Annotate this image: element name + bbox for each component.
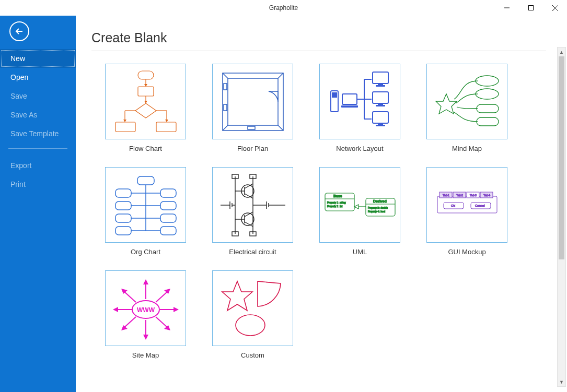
svg-marker-128 bbox=[173, 307, 179, 312]
svg-rect-38 bbox=[373, 72, 388, 84]
sidebar-item-label: Print bbox=[10, 180, 26, 188]
svg-text:Property 1 : string: Property 1 : string bbox=[327, 201, 346, 204]
template-label: Mind Map bbox=[452, 145, 482, 152]
minimize-icon bbox=[504, 5, 510, 10]
sidebar-item-label: Save bbox=[10, 92, 27, 100]
scroll-thumb[interactable] bbox=[559, 56, 564, 259]
custom-icon bbox=[214, 272, 292, 345]
svg-rect-50 bbox=[477, 104, 499, 113]
network-icon bbox=[323, 68, 397, 136]
svg-rect-1 bbox=[529, 6, 534, 10]
template-label: Floor Plan bbox=[237, 145, 268, 152]
svg-rect-29 bbox=[332, 93, 337, 94]
svg-text:Tab3: Tab3 bbox=[470, 194, 477, 197]
svg-marker-124 bbox=[143, 335, 148, 340]
svg-text:Property 2 : int: Property 2 : int bbox=[327, 205, 343, 208]
maximize-button[interactable] bbox=[519, 0, 543, 16]
svg-rect-31 bbox=[342, 94, 357, 104]
svg-text:Property 4 : bool: Property 4 : bool bbox=[368, 210, 385, 213]
close-button[interactable] bbox=[543, 0, 567, 16]
svg-rect-51 bbox=[477, 117, 499, 126]
back-button[interactable] bbox=[9, 21, 29, 41]
svg-line-23 bbox=[223, 125, 228, 130]
svg-line-131 bbox=[156, 292, 167, 302]
vertical-scrollbar[interactable]: ▲ ▼ bbox=[557, 47, 566, 387]
svg-rect-68 bbox=[115, 227, 131, 235]
template-card-floorplan[interactable]: Floor Plan bbox=[212, 64, 293, 152]
window-title: Grapholite bbox=[269, 4, 298, 11]
template-card-gui[interactable]: Tab1 Tab2 Tab3 Tab4 Ok Cancel bbox=[426, 167, 507, 256]
svg-rect-67 bbox=[160, 214, 176, 222]
uml-icon: Base Property 1 : string Property 2 : in… bbox=[321, 171, 399, 239]
svg-rect-25 bbox=[224, 84, 227, 90]
template-label: Site Map bbox=[132, 351, 159, 359]
template-card-mindmap[interactable]: Mind Map bbox=[426, 64, 507, 152]
template-label: Org Chart bbox=[131, 248, 160, 256]
svg-text:Tab4: Tab4 bbox=[483, 194, 491, 197]
titlebar: Grapholite bbox=[0, 0, 567, 16]
svg-rect-40 bbox=[376, 85, 385, 87]
template-card-uml[interactable]: Base Property 1 : string Property 2 : in… bbox=[319, 167, 400, 256]
svg-text:WWW: WWW bbox=[137, 306, 155, 314]
sidebar-item-save[interactable]: Save bbox=[0, 87, 76, 105]
sidebar-item-save-template[interactable]: Save Template bbox=[0, 124, 76, 143]
arrow-left-icon bbox=[15, 27, 24, 36]
sidebar-item-label: Save As bbox=[10, 111, 37, 119]
minimize-button[interactable] bbox=[495, 0, 519, 16]
template-card-electrical[interactable]: Electrical circuit bbox=[212, 167, 293, 256]
svg-point-138 bbox=[236, 315, 265, 336]
sidebar: New Open Save Save As Save Template Expo… bbox=[0, 16, 76, 392]
template-card-orgchart[interactable]: Org Chart bbox=[105, 167, 186, 256]
sidebar-item-new[interactable]: New bbox=[0, 49, 76, 68]
template-card-custom[interactable]: Custom bbox=[212, 270, 293, 359]
svg-text:Derived: Derived bbox=[373, 199, 387, 203]
svg-text:Base: Base bbox=[333, 194, 342, 198]
sidebar-item-label: Export bbox=[10, 161, 31, 170]
template-label: GUI Mockup bbox=[448, 248, 485, 256]
scroll-down-icon[interactable]: ▼ bbox=[558, 377, 565, 386]
svg-point-49 bbox=[476, 89, 499, 99]
svg-rect-30 bbox=[332, 96, 337, 97]
sidebar-top bbox=[0, 16, 76, 47]
svg-rect-39 bbox=[378, 84, 383, 85]
scroll-up-icon[interactable]: ▲ bbox=[558, 47, 565, 56]
template-card-network[interactable]: Network Layout bbox=[319, 64, 400, 152]
sidebar-item-print[interactable]: Print bbox=[0, 175, 76, 194]
page-title: Create Blank bbox=[91, 30, 546, 45]
template-thumb: Base Property 1 : string Property 2 : in… bbox=[319, 167, 400, 243]
sitemap-icon: WWW bbox=[107, 272, 185, 345]
template-card-sitemap[interactable]: WWW bbox=[105, 270, 186, 359]
svg-rect-63 bbox=[160, 189, 176, 197]
svg-marker-14 bbox=[123, 120, 126, 122]
svg-marker-137 bbox=[222, 281, 252, 311]
svg-text:Tab1: Tab1 bbox=[443, 194, 450, 197]
svg-rect-20 bbox=[223, 73, 283, 130]
svg-marker-126 bbox=[113, 307, 118, 312]
sidebar-item-save-as[interactable]: Save As bbox=[0, 105, 76, 124]
template-thumb bbox=[319, 64, 400, 139]
sidebar-divider bbox=[8, 148, 67, 149]
template-card-flowchart[interactable]: Flow Chart bbox=[105, 64, 186, 152]
svg-line-129 bbox=[124, 292, 136, 302]
template-label: Network Layout bbox=[336, 145, 383, 152]
svg-rect-62 bbox=[115, 189, 131, 197]
svg-rect-18 bbox=[115, 122, 135, 132]
svg-text:Cancel: Cancel bbox=[475, 204, 485, 207]
sidebar-item-label: Save Template bbox=[10, 129, 59, 138]
close-icon bbox=[552, 5, 558, 11]
gui-icon: Tab1 Tab2 Tab3 Tab4 Ok Cancel bbox=[428, 171, 506, 239]
svg-rect-42 bbox=[378, 103, 383, 105]
svg-rect-52 bbox=[137, 176, 154, 185]
sidebar-item-label: Open bbox=[10, 73, 28, 81]
svg-rect-45 bbox=[378, 123, 383, 125]
template-label: Electrical circuit bbox=[229, 248, 276, 256]
svg-text:Tab2: Tab2 bbox=[456, 194, 464, 197]
sidebar-item-open[interactable]: Open bbox=[0, 68, 76, 87]
svg-line-21 bbox=[223, 73, 228, 78]
svg-rect-41 bbox=[373, 92, 388, 103]
svg-rect-43 bbox=[376, 105, 385, 106]
sidebar-item-export[interactable]: Export bbox=[0, 156, 76, 175]
svg-line-22 bbox=[278, 73, 283, 78]
window-controls bbox=[495, 0, 567, 16]
svg-marker-11 bbox=[135, 103, 156, 118]
